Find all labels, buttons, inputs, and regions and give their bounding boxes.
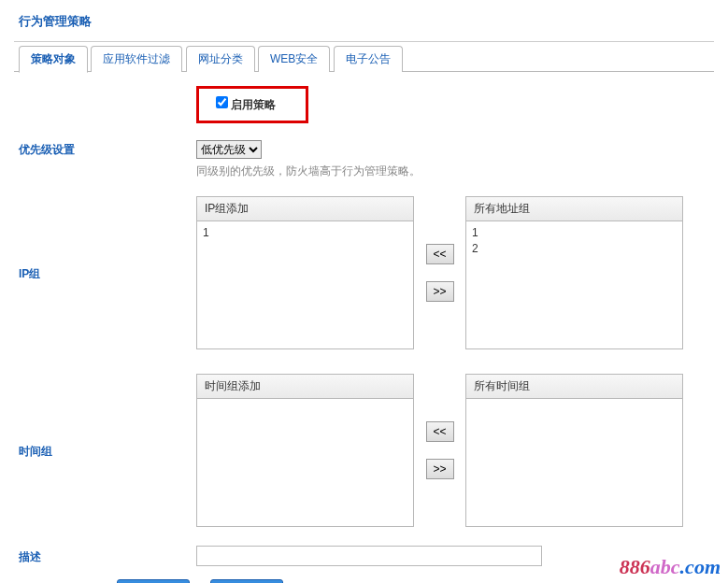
- enable-policy-label: 启用策略: [216, 98, 276, 111]
- timegroup-left-box[interactable]: [196, 398, 414, 527]
- priority-label: 优先级设置: [14, 140, 196, 158]
- timegroup-right-box[interactable]: [465, 398, 683, 527]
- tab-url-category[interactable]: 网址分类: [186, 46, 255, 72]
- timegroup-move-right-button[interactable]: >>: [426, 459, 454, 479]
- ipgroup-move-right-button[interactable]: >>: [426, 281, 454, 302]
- ipgroup-left-title: IP组添加: [196, 196, 414, 220]
- timegroup-move-left-button[interactable]: <<: [426, 421, 454, 442]
- enable-highlight: 启用策略: [196, 86, 308, 123]
- timegroup-dual-list: 时间组添加 << >> 所有时间组: [196, 374, 714, 527]
- priority-hint: 同级别的优先级，防火墙高于行为管理策略。: [196, 164, 714, 179]
- ipgroup-left-box[interactable]: 1: [196, 220, 414, 349]
- ipgroup-dual-list: IP组添加 1 << >> 所有地址组 1 2: [196, 196, 714, 349]
- priority-select[interactable]: 低优先级: [196, 140, 262, 159]
- list-item[interactable]: 2: [472, 241, 677, 257]
- ipgroup-right-title: 所有地址组: [465, 196, 683, 220]
- watermark: 886abc.com: [620, 555, 721, 579]
- list-item[interactable]: 1: [203, 225, 407, 241]
- tab-app-filter[interactable]: 应用软件过滤: [91, 46, 182, 72]
- timegroup-right-title: 所有时间组: [465, 374, 683, 398]
- enable-policy-text: 启用策略: [231, 98, 276, 111]
- page-title: 行为管理策略: [14, 7, 714, 41]
- desc-input[interactable]: [196, 546, 542, 566]
- tab-web-security[interactable]: WEB安全: [258, 46, 330, 72]
- ipgroup-move-left-button[interactable]: <<: [426, 244, 454, 264]
- timegroup-label: 时间组: [14, 442, 196, 460]
- save-button[interactable]: 保存: [117, 579, 190, 583]
- ipgroup-right-box[interactable]: 1 2: [465, 220, 683, 349]
- tab-bulletin[interactable]: 电子公告: [334, 46, 403, 72]
- divider: [14, 41, 714, 42]
- back-button[interactable]: 返回: [210, 579, 283, 583]
- list-item[interactable]: 1: [472, 225, 677, 241]
- tab-policy-object[interactable]: 策略对象: [19, 46, 88, 73]
- tabs: 策略对象 应用软件过滤 网址分类 WEB安全 电子公告: [19, 46, 714, 72]
- enable-policy-checkbox[interactable]: [216, 96, 228, 108]
- timegroup-left-title: 时间组添加: [196, 374, 414, 398]
- ipgroup-label: IP组: [14, 264, 196, 282]
- desc-label: 描述: [14, 547, 196, 565]
